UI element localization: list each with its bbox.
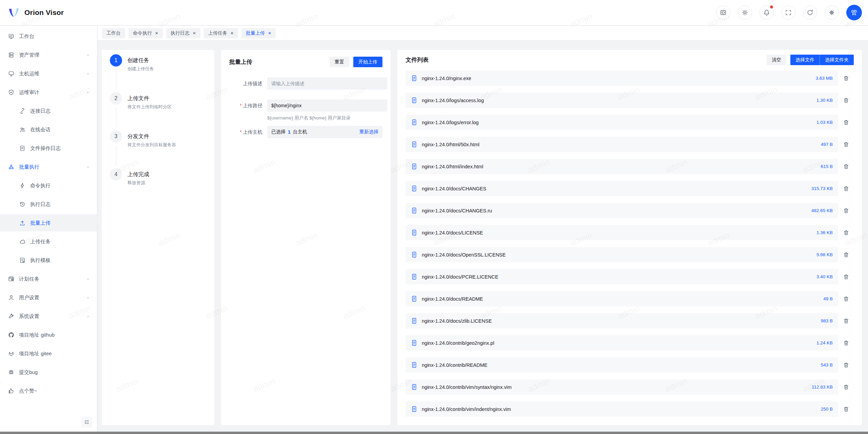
upload-desc-label: 上传描述 (229, 80, 267, 87)
sidebar-item-label: 提交bug (19, 369, 38, 376)
tab-工作台[interactable]: 工作台 (102, 28, 125, 38)
sidebar-item-host-ops[interactable]: 主机运维 (0, 65, 97, 82)
delete-file-button[interactable] (838, 362, 854, 368)
sidebar-item-bug[interactable]: 提交bug (0, 364, 97, 381)
tab-close-icon[interactable]: ✕ (268, 31, 271, 36)
sidebar-item-upload[interactable]: 批量上传 (0, 214, 97, 231)
sidebar-item-audit-shield[interactable]: 运维审计 (0, 84, 97, 101)
sidebar-item-label: 主机运维 (19, 71, 39, 77)
sidebar-item-flash[interactable]: 命令执行 (0, 177, 97, 194)
delete-file-button[interactable] (838, 296, 854, 302)
start-upload-button[interactable]: 开始上传 (353, 57, 382, 67)
reset-button[interactable]: 重置 (330, 57, 349, 67)
main-content: 1创建任务创建上传任务2上传文件将文件上传到临时分区3分发文件将文件分发到目标服… (97, 41, 868, 432)
step-title: 分发文件 (127, 132, 176, 141)
required-asterisk: * (240, 103, 242, 108)
settings-gear-button[interactable] (825, 5, 839, 20)
user-avatar[interactable]: 管 (846, 5, 862, 20)
tab-命令执行[interactable]: 命令执行✕ (129, 28, 163, 38)
sidebar-item-label: 工作台 (19, 33, 34, 40)
file-list-item: nginx-1.24.0/contrib/vim/syntax/nginx.vi… (406, 379, 854, 395)
tab-close-icon[interactable]: ✕ (155, 31, 158, 36)
refresh-button[interactable] (803, 5, 817, 20)
delete-file-button[interactable] (838, 230, 854, 235)
tab-close-icon[interactable]: ✕ (193, 31, 196, 36)
sidebar-item-gitee[interactable]: 项目地址 gitee (0, 345, 97, 362)
schedule-icon (8, 276, 14, 282)
audit-shield-icon (8, 89, 14, 95)
sidebar-item-user[interactable]: 用户设置 (0, 289, 97, 306)
fullscreen-button[interactable] (781, 5, 795, 20)
chevron-up-icon (86, 90, 90, 95)
file-list-item: nginx-1.24.0/contrib/README543 B (406, 357, 854, 373)
sidebar-item-label: 连接日志 (30, 108, 51, 114)
tab-批量上传[interactable]: 批量上传✕ (241, 28, 276, 38)
delete-file-button[interactable] (838, 97, 854, 103)
clear-files-button[interactable]: 清空 (767, 55, 786, 65)
bell-button[interactable] (760, 5, 774, 20)
file-list-panel: 文件列表 清空 选择文件 选择文件夹 nginx-1.24.0/nginx.ex… (397, 50, 862, 425)
select-file-button[interactable]: 选择文件 (790, 55, 820, 65)
upload-desc-input[interactable] (267, 77, 387, 90)
wizard-step-3: 3分发文件将文件分发到目标服务器 (110, 130, 206, 168)
file-size: 1.03 KB (816, 120, 833, 125)
delete-file-button[interactable] (838, 384, 854, 390)
step-description: 释放资源 (127, 180, 149, 186)
file-row: nginx-1.24.0/docs/OpenSSL.LICENSE5.98 KB (406, 247, 838, 262)
delete-file-button[interactable] (838, 141, 854, 147)
upload-path-input[interactable] (267, 99, 387, 112)
file-icon (411, 273, 417, 280)
step-connector (116, 69, 116, 90)
sidebar-item-link[interactable]: 连接日志 (0, 102, 97, 119)
file-icon (411, 97, 417, 103)
sidebar-collapse-button[interactable] (81, 417, 92, 428)
file-name: nginx-1.24.0/docs/zlib.LICENSE (422, 318, 492, 324)
sidebar-item-assets[interactable]: 资产管理 (0, 46, 97, 63)
app-title: Orion Visor (24, 8, 64, 17)
file-size: 482.65 KB (811, 208, 833, 213)
file-list-item: nginx-1.24.0/html/index.html615 B (406, 159, 854, 174)
delete-file-button[interactable] (838, 164, 854, 169)
sidebar-item-history[interactable]: 执行日志 (0, 196, 97, 213)
sidebar-item-schedule[interactable]: 计划任务 (0, 270, 97, 287)
theme-sun-button[interactable] (738, 5, 752, 20)
delete-file-button[interactable] (838, 119, 854, 125)
sidebar-item-cloud[interactable]: 上传任务 (0, 233, 97, 250)
reselect-host-link[interactable]: 重新选择 (359, 129, 378, 135)
sidebar-item-file-log[interactable]: 文件操作日志 (0, 140, 97, 157)
file-size: 315.73 KB (811, 186, 833, 191)
tab-执行日志[interactable]: 执行日志✕ (166, 28, 200, 38)
file-row: nginx-1.24.0/html/index.html615 B (406, 159, 838, 174)
sidebar-item-wrench[interactable]: 系统设置 (0, 308, 97, 325)
sidebar-item-github[interactable]: 项目地址 github (0, 326, 97, 343)
step-body: 上传文件将文件上传到临时分区 (127, 92, 172, 130)
delete-file-button[interactable] (838, 340, 854, 346)
file-size: 250 B (821, 407, 833, 412)
tab-上传任务[interactable]: 上传任务✕ (204, 28, 238, 38)
delete-file-button[interactable] (838, 186, 854, 191)
delete-file-button[interactable] (838, 208, 854, 213)
file-row: nginx-1.24.0/docs/zlib.LICENSE983 B (406, 313, 838, 328)
code-square-button[interactable] (716, 5, 730, 20)
sidebar-item-workbench[interactable]: 工作台 (0, 28, 97, 45)
sidebar-item-label: 上传任务 (30, 239, 51, 245)
file-list-item: nginx-1.24.0/contrib/geo2nginx.pl1.24 KB (406, 335, 854, 351)
delete-file-button[interactable] (838, 318, 854, 324)
file-log-icon (19, 145, 25, 151)
sidebar-item-thumbs-up[interactable]: 点个赞~ (0, 382, 97, 399)
app-logo[interactable]: Orion Visor (0, 6, 64, 19)
file-size: 1.24 KB (816, 340, 833, 345)
delete-file-button[interactable] (838, 75, 854, 81)
code-square-icon (720, 9, 727, 16)
step-description: 将文件分发到目标服务器 (127, 142, 176, 148)
sidebar-item-template[interactable]: 执行模板 (0, 252, 97, 269)
sidebar-item-online-users[interactable]: 在线会话 (0, 121, 97, 138)
select-folder-button[interactable]: 选择文件夹 (820, 55, 854, 65)
sidebar-item-batch-cluster[interactable]: 批量执行 (0, 158, 97, 175)
delete-file-button[interactable] (838, 406, 854, 412)
file-icon (411, 163, 417, 170)
step-number: 3 (110, 130, 122, 143)
delete-file-button[interactable] (838, 252, 854, 258)
tab-close-icon[interactable]: ✕ (230, 31, 234, 36)
delete-file-button[interactable] (838, 274, 854, 280)
